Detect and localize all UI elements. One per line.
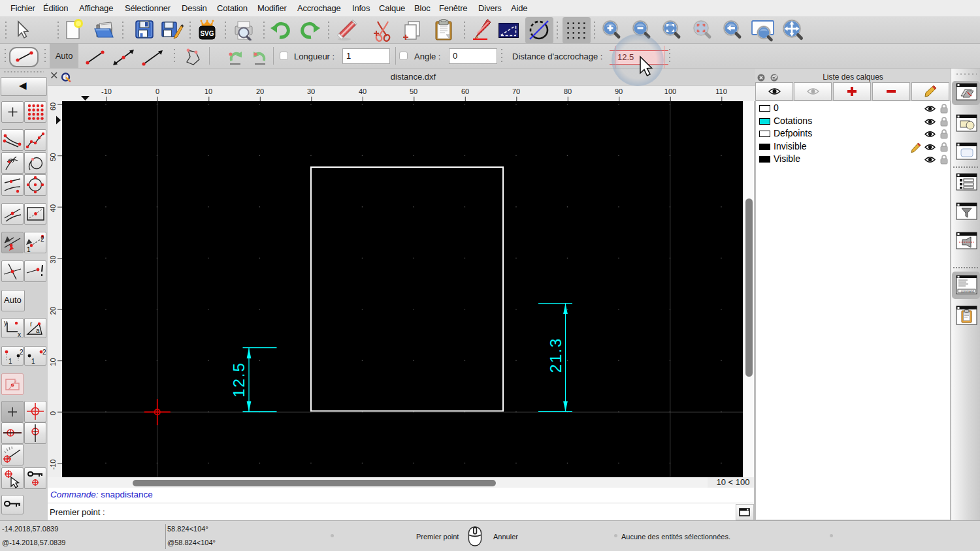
svg-text:2: 2 <box>42 349 46 356</box>
svg-text:2: 2 <box>41 236 44 243</box>
svg-text:y: y <box>4 319 7 326</box>
svg-text:-10: -10 <box>49 460 57 470</box>
svg-text:command: command <box>961 290 974 293</box>
svg-text:2: 2 <box>20 349 23 356</box>
svg-text:21.3: 21.3 <box>547 338 564 373</box>
svg-text:50: 50 <box>49 153 57 161</box>
svg-text:20: 20 <box>49 307 57 315</box>
svg-text:1: 1 <box>31 358 35 365</box>
svg-text:x: x <box>18 331 21 338</box>
svg-text:0: 0 <box>49 411 57 415</box>
svg-text:30: 30 <box>49 255 57 263</box>
svg-text:60: 60 <box>49 102 57 110</box>
svg-text:r: r <box>30 321 33 328</box>
svg-text:1: 1 <box>27 246 31 253</box>
svg-text:40: 40 <box>49 204 57 212</box>
svg-text:10: 10 <box>49 358 57 366</box>
svg-text:1: 1 <box>8 358 12 365</box>
svg-text:a: a <box>36 327 40 334</box>
svg-text:SVG: SVG <box>200 30 214 37</box>
svg-text:12.5: 12.5 <box>230 362 248 398</box>
